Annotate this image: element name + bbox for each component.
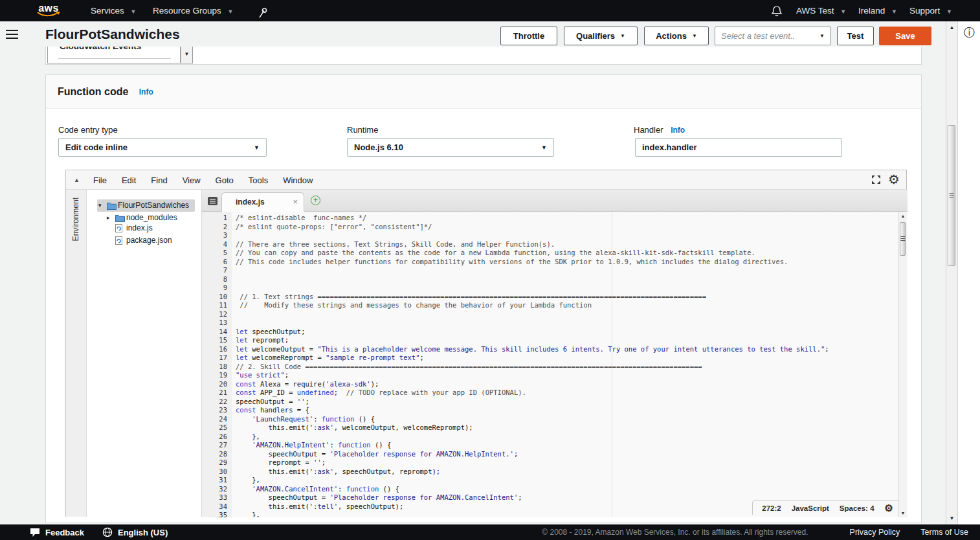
page-scrollbar[interactable]: ▲ ▼ xyxy=(946,21,957,524)
line-number[interactable]: 10 xyxy=(202,293,227,302)
line-number[interactable]: 18 xyxy=(202,363,227,372)
scroll-down-icon[interactable]: ▼ xyxy=(899,511,907,515)
nav-support-menu[interactable]: Support ▼ xyxy=(909,0,952,21)
line-number[interactable]: 34 xyxy=(202,502,227,512)
line-number[interactable]: 16 xyxy=(202,345,227,354)
scroll-up-icon[interactable]: ▲ xyxy=(899,214,907,218)
privacy-policy-link[interactable]: Privacy Policy xyxy=(850,528,900,537)
editor-menu-window[interactable]: Window xyxy=(283,175,313,185)
code-line[interactable]: speechOutput = 'Placeholder response for… xyxy=(236,493,829,502)
tab-index-js[interactable]: index.js × xyxy=(221,192,304,212)
code-line[interactable]: let welcomeReprompt = "sample re-prompt … xyxy=(236,354,829,363)
hamburger-menu-icon[interactable] xyxy=(6,30,18,39)
code-line[interactable]: // 1. Text strings =====================… xyxy=(236,293,829,302)
editor-menu-view[interactable]: View xyxy=(183,175,201,185)
line-number[interactable]: 29 xyxy=(202,458,227,467)
aws-logo[interactable]: aws xyxy=(36,3,61,17)
indent-setting[interactable]: Spaces: 4 xyxy=(840,504,874,512)
actions-button[interactable]: Actions ▼ xyxy=(644,27,709,45)
line-number[interactable]: 25 xyxy=(202,423,227,433)
code-line[interactable]: let speechOutput; xyxy=(236,328,829,337)
save-button[interactable]: Save xyxy=(879,27,931,45)
status-settings-gear-icon[interactable]: ⚙ xyxy=(885,502,893,514)
nav-services[interactable]: Services ▼ xyxy=(91,0,136,21)
line-number[interactable]: 26 xyxy=(202,433,227,442)
code-line[interactable]: reprompt = ''; xyxy=(236,458,829,467)
code-area[interactable]: 1234567891011121314151617181920212223242… xyxy=(202,212,908,517)
code-line[interactable] xyxy=(236,231,829,240)
line-number[interactable]: 6 xyxy=(202,258,227,267)
line-number[interactable]: 22 xyxy=(202,398,227,407)
handler-input[interactable] xyxy=(635,138,842,157)
line-number[interactable]: 9 xyxy=(202,284,227,293)
code-line[interactable]: }, xyxy=(236,511,829,517)
editor-menu-tools[interactable]: Tools xyxy=(249,175,268,185)
test-event-select[interactable]: Select a test event.. ▼ xyxy=(715,27,831,45)
line-number[interactable]: 11 xyxy=(202,301,227,310)
code-entry-type-select[interactable]: Edit code inline ▼ xyxy=(58,138,267,157)
tab-close-icon[interactable]: × xyxy=(293,197,298,207)
line-number[interactable]: 30 xyxy=(202,467,227,477)
code-line[interactable]: let welcomeOutput = "This is a placehold… xyxy=(236,345,829,354)
line-number[interactable]: 14 xyxy=(202,328,227,337)
code-line[interactable]: 'AMAZON.CancelIntent': function () { xyxy=(236,485,829,494)
code-content[interactable]: /* eslint-disable func-names *//* eslint… xyxy=(236,214,829,517)
scroll-up-icon[interactable]: ▲ xyxy=(946,25,957,30)
code-line[interactable]: speechOutput = ''; xyxy=(236,398,829,407)
code-line[interactable] xyxy=(236,310,829,319)
code-line[interactable]: this.emit(':tell', speechOutput); xyxy=(236,502,829,512)
code-line[interactable]: }, xyxy=(236,476,829,485)
line-number[interactable]: 35 xyxy=(202,511,227,517)
info-circle-icon[interactable]: ⓘ xyxy=(964,25,975,40)
code-line[interactable]: // You can copy and paste the contents a… xyxy=(236,249,829,258)
code-line[interactable]: const Alexa = require('alexa-sdk'); xyxy=(236,380,829,389)
line-number-gutter[interactable]: 1234567891011121314151617181920212223242… xyxy=(202,212,232,517)
line-number[interactable]: 24 xyxy=(202,415,227,424)
tree-item-index-js[interactable]: index.js xyxy=(87,222,201,234)
line-number[interactable]: 15 xyxy=(202,336,227,345)
nav-region-menu[interactable]: Ireland ▼ xyxy=(858,0,897,21)
code-line[interactable]: 'LaunchRequest': function () { xyxy=(236,415,829,424)
line-number[interactable]: 5 xyxy=(202,249,227,258)
line-number[interactable]: 23 xyxy=(202,406,227,415)
throttle-button[interactable]: Throttle xyxy=(500,27,557,45)
line-number[interactable]: 12 xyxy=(202,310,227,319)
handler-info-link[interactable]: Info xyxy=(671,126,685,135)
code-line[interactable]: // Modify these strings and messages to … xyxy=(236,301,829,310)
line-number[interactable]: 21 xyxy=(202,388,227,398)
editor-menu-find[interactable]: Find xyxy=(151,175,167,185)
code-line[interactable]: /* eslint quote-props: ["error", "consis… xyxy=(236,223,829,232)
editor-menu-file[interactable]: File xyxy=(93,175,107,185)
tree-item-flourpotsandwiches[interactable]: ▾FlourPotSandwiches xyxy=(87,197,201,210)
environment-tab[interactable]: Environment xyxy=(71,197,80,241)
test-button[interactable]: Test xyxy=(837,27,874,45)
terms-of-use-link[interactable]: Terms of Use xyxy=(920,528,968,537)
feedback-button[interactable]: Feedback xyxy=(30,528,84,537)
line-number[interactable]: 7 xyxy=(202,266,227,275)
code-line[interactable]: }, xyxy=(236,433,829,442)
code-line[interactable]: this.emit(':ask', welcomeOutput, welcome… xyxy=(236,423,829,433)
code-line[interactable]: speechOutput = 'Placeholder response for… xyxy=(236,450,829,459)
line-number[interactable]: 4 xyxy=(202,240,227,249)
code-line[interactable]: /* eslint-disable func-names */ xyxy=(236,214,829,223)
function-code-info-link[interactable]: Info xyxy=(139,87,153,96)
line-number[interactable]: 28 xyxy=(202,450,227,459)
code-line[interactable]: // There are three sections, Text String… xyxy=(236,240,829,249)
line-number[interactable]: 27 xyxy=(202,441,227,450)
code-line[interactable]: // 2. Skill Code =======================… xyxy=(236,363,829,372)
runtime-select[interactable]: Node.js 6.10 ▼ xyxy=(347,138,554,157)
line-number[interactable]: 8 xyxy=(202,275,227,284)
line-number[interactable]: 13 xyxy=(202,319,227,328)
cursor-position[interactable]: 272:2 xyxy=(762,504,781,512)
notifications-bell-icon[interactable] xyxy=(770,4,783,18)
line-number[interactable]: 2 xyxy=(202,223,227,232)
qualifiers-button[interactable]: Qualifiers ▼ xyxy=(564,27,638,45)
tree-item-package-json[interactable]: package.json xyxy=(87,234,201,247)
nav-account-menu[interactable]: AWS Test ▼ xyxy=(796,0,846,21)
tree-item-node-modules[interactable]: ▸node_modules xyxy=(87,210,201,222)
language-mode[interactable]: JavaScript xyxy=(792,504,829,512)
line-number[interactable]: 19 xyxy=(202,371,227,380)
tab-list-icon[interactable] xyxy=(208,196,217,208)
code-line[interactable]: 'AMAZON.HelpIntent': function () { xyxy=(236,441,829,450)
line-number[interactable]: 3 xyxy=(202,231,227,240)
